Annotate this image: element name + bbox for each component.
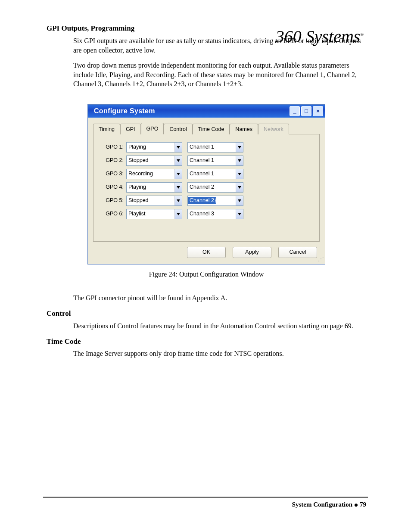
gpo-row-label: GPO 4: <box>100 184 124 191</box>
dropdown-value: Stopped <box>127 157 150 164</box>
gpo-row: GPO 3:RecordingChannel 1 <box>100 169 313 179</box>
window-title: Configure System <box>94 106 155 116</box>
resize-grip-icon[interactable]: ⋰ <box>318 255 324 263</box>
footer-rule <box>43 497 368 498</box>
configure-system-window: Configure System _ □ × Timing GPI GPO Co… <box>87 104 325 264</box>
dropdown-value: Playlist <box>127 210 147 218</box>
figure-caption: Figure 24: Output Configuration Window <box>87 270 325 279</box>
dropdown-value: Channel 3 <box>188 210 216 218</box>
title-bar[interactable]: Configure System _ □ × <box>88 105 325 118</box>
dropdown-value: Channel 1 <box>188 170 216 177</box>
gpo-row-label: GPO 1: <box>100 143 124 151</box>
dropdown-value: Channel 2 <box>188 197 216 204</box>
ok-button[interactable]: OK <box>187 247 226 258</box>
dropdown-value: Channel 2 <box>188 184 216 191</box>
heading-control: Control <box>47 309 366 319</box>
svg-marker-2 <box>177 159 180 162</box>
chevron-down-icon <box>236 156 243 165</box>
gpo-row: GPO 1:PlayingChannel 1 <box>100 142 313 152</box>
dropdown-value: Channel 1 <box>188 143 216 151</box>
svg-marker-1 <box>238 146 241 149</box>
gpo-row-label: GPO 3: <box>100 170 124 177</box>
gpo-status-dropdown[interactable]: Playing <box>126 142 182 152</box>
dropdown-value: Stopped <box>127 197 150 204</box>
gpo-row: GPO 4:PlayingChannel 2 <box>100 182 313 193</box>
chevron-down-icon <box>174 209 182 219</box>
paragraph: Two drop down menus provide independent … <box>73 61 364 89</box>
tab-time-code[interactable]: Time Code <box>193 124 230 134</box>
gpo-status-dropdown[interactable]: Stopped <box>126 196 182 206</box>
gpo-status-dropdown[interactable]: Recording <box>126 169 182 179</box>
gpo-status-dropdown[interactable]: Playing <box>126 182 182 193</box>
gpo-channel-dropdown[interactable]: Channel 1 <box>187 142 243 152</box>
close-icon: × <box>316 107 320 115</box>
gpo-channel-dropdown[interactable]: Channel 3 <box>187 209 243 219</box>
svg-marker-0 <box>177 146 180 149</box>
chevron-down-icon <box>174 196 182 205</box>
dropdown-value: Recording <box>127 170 155 177</box>
chevron-down-icon <box>236 183 243 192</box>
bullet-icon <box>355 504 358 507</box>
chevron-down-icon <box>174 156 182 165</box>
chevron-down-icon <box>236 196 243 205</box>
dropdown-value: Playing <box>127 184 148 191</box>
tab-network[interactable]: Network <box>258 124 289 134</box>
gpo-channel-dropdown[interactable]: Channel 2 <box>187 196 243 206</box>
gpo-channel-dropdown[interactable]: Channel 2 <box>187 182 243 193</box>
chevron-down-icon <box>174 169 182 179</box>
gpo-row-label: GPO 6: <box>100 210 124 218</box>
close-button[interactable]: × <box>313 106 323 116</box>
gpo-status-dropdown[interactable]: Stopped <box>126 156 182 166</box>
chevron-down-icon <box>236 143 243 152</box>
maximize-button[interactable]: □ <box>301 106 311 116</box>
chevron-down-icon <box>174 143 182 152</box>
svg-marker-10 <box>177 213 180 215</box>
tab-timing[interactable]: Timing <box>93 124 120 134</box>
gpo-status-dropdown[interactable]: Playlist <box>126 209 182 219</box>
dropdown-value: Playing <box>127 143 148 151</box>
heading-time-code: Time Code <box>47 337 366 347</box>
svg-marker-11 <box>238 213 241 215</box>
gpo-channel-dropdown[interactable]: Channel 1 <box>187 169 243 179</box>
svg-marker-5 <box>238 173 241 175</box>
minimize-icon: _ <box>293 107 296 115</box>
maximize-icon: □ <box>305 107 308 115</box>
chevron-down-icon <box>236 209 243 219</box>
tab-control[interactable]: Control <box>164 124 192 134</box>
gpo-row: GPO 6:PlaylistChannel 3 <box>100 209 313 219</box>
chevron-down-icon <box>174 183 182 192</box>
tab-strip: Timing GPI GPO Control Time Code Names N… <box>93 124 320 134</box>
paragraph: The Image Server supports only drop fram… <box>73 349 364 358</box>
gpo-row-label: GPO 5: <box>100 197 124 204</box>
gpo-row: GPO 2:StoppedChannel 1 <box>100 156 313 166</box>
gpo-channel-dropdown[interactable]: Channel 1 <box>187 156 243 166</box>
svg-marker-4 <box>177 173 180 175</box>
svg-marker-9 <box>238 199 241 202</box>
dropdown-value: Channel 1 <box>188 157 216 164</box>
svg-marker-8 <box>177 199 180 202</box>
brand-logo: 360 Systems® <box>276 25 364 48</box>
chevron-down-icon <box>236 169 243 179</box>
cancel-button[interactable]: Cancel <box>278 247 317 258</box>
tab-gpo[interactable]: GPO <box>141 123 164 134</box>
svg-marker-6 <box>177 186 180 189</box>
gpo-row-label: GPO 2: <box>100 157 124 164</box>
paragraph: Descriptions of Control features may be … <box>73 321 364 331</box>
svg-marker-3 <box>238 159 241 162</box>
minimize-button[interactable]: _ <box>290 106 300 116</box>
tab-names[interactable]: Names <box>230 124 258 134</box>
apply-button[interactable]: Apply <box>233 247 271 258</box>
gpo-row: GPO 5:StoppedChannel 2 <box>100 196 313 206</box>
gpo-pane: GPO 1:PlayingChannel 1GPO 2:StoppedChann… <box>93 134 320 242</box>
footer-text: System Configuration79 <box>0 500 366 509</box>
svg-marker-7 <box>238 186 241 189</box>
tab-gpi[interactable]: GPI <box>120 124 141 134</box>
paragraph: The GPI connector pinout will be found i… <box>73 293 364 303</box>
